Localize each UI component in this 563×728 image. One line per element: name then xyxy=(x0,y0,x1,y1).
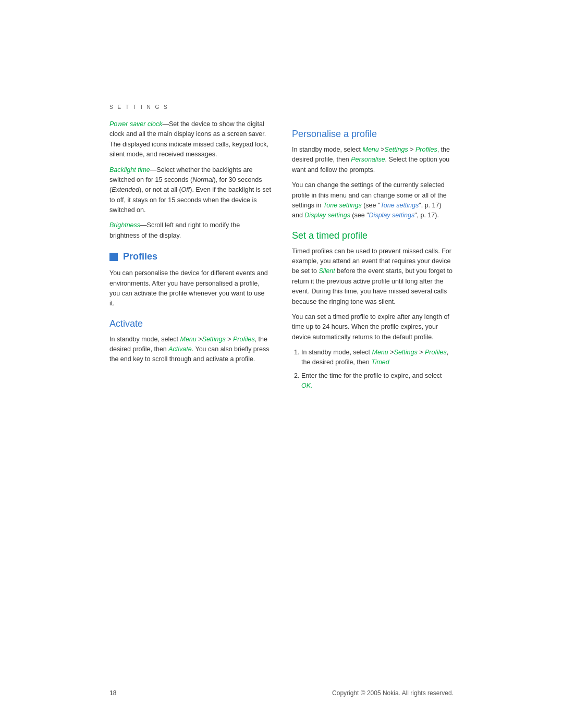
tone-settings-link2: Tone settings xyxy=(380,202,419,209)
list1-profiles: Profiles xyxy=(425,349,447,356)
activate-profiles: Profiles xyxy=(233,336,255,343)
personalise-settings: Settings xyxy=(385,146,408,153)
right-column: Personalise a profile In standby mode, s… xyxy=(292,119,454,397)
profiles-square-icon xyxy=(109,253,118,261)
left-column: Power saver clock—Set the device to show… xyxy=(109,119,271,397)
personalise-mid: > xyxy=(379,146,385,153)
personalise-mid2: > xyxy=(408,146,415,153)
backlight-extended: Extended xyxy=(112,186,139,193)
footer-copyright: Copyright © 2005 Nokia. All rights reser… xyxy=(332,689,454,697)
list2-ok: OK. xyxy=(301,382,313,389)
set-timed-heading: Set a timed profile xyxy=(292,230,454,241)
list1-mid2: > xyxy=(418,349,425,356)
brightness-term: Brightness xyxy=(109,221,140,229)
profiles-heading-text: Profiles xyxy=(123,251,157,262)
list1-mid: > xyxy=(388,349,394,356)
backlight-normal: Normal xyxy=(192,176,213,183)
personalise-body2-end: (see " xyxy=(350,212,369,219)
activate-link: Activate xyxy=(168,346,191,353)
activate-paragraph: In standby mode, select Menu >Settings >… xyxy=(109,335,271,365)
list-item-1: In standby mode, select Menu >Settings >… xyxy=(301,348,454,368)
timed-silent: Silent xyxy=(319,267,335,275)
tone-settings-link1: Tone settings xyxy=(323,202,362,209)
list1-settings: Settings xyxy=(394,349,418,356)
backlight-paragraph: Backlight time—Select whether the backli… xyxy=(109,165,271,216)
activate-pre: In standby mode, select xyxy=(109,336,180,343)
backlight-off: Off xyxy=(181,186,190,193)
footer-page-number: 18 xyxy=(109,689,116,697)
list1-pre: In standby mode, select xyxy=(301,349,372,356)
profiles-heading-container: Profiles xyxy=(109,251,271,262)
activate-settings: Settings xyxy=(202,336,226,343)
personalise-personalise: Personalise xyxy=(351,156,385,163)
set-timed-list: In standby mode, select Menu >Settings >… xyxy=(301,348,454,391)
backlight-end: ), or not at all ( xyxy=(139,186,181,193)
set-timed-paragraph2: You can set a timed profile to expire af… xyxy=(292,312,454,342)
page: S e t t i n g s Power saver clock—Set th… xyxy=(78,0,485,728)
personalise-menu: Menu xyxy=(363,146,379,153)
display-settings-link1: Display settings xyxy=(304,212,350,219)
page-footer: 18 Copyright © 2005 Nokia. All rights re… xyxy=(78,689,485,697)
power-saver-paragraph: Power saver clock—Set the device to show… xyxy=(109,119,271,160)
personalise-heading: Personalise a profile xyxy=(292,129,454,140)
backlight-term: Backlight time xyxy=(109,166,150,174)
activate-mid2: > xyxy=(226,336,233,343)
list1-menu: Menu xyxy=(372,349,388,356)
personalise-body2-mid: (see " xyxy=(362,202,381,209)
two-column-layout: Power saver clock—Set the device to show… xyxy=(109,119,454,397)
personalise-profiles: Profiles xyxy=(415,146,437,153)
section-header: S e t t i n g s xyxy=(109,104,454,110)
profiles-body: You can personalise the device for diffe… xyxy=(109,268,271,309)
personalise-pre: In standby mode, select xyxy=(292,146,363,153)
list-item-2: Enter the time for the profile to expire… xyxy=(301,371,454,391)
display-settings-link2: Display settings xyxy=(369,212,415,219)
activate-menu: Menu xyxy=(180,336,197,343)
list1-timed: Timed xyxy=(371,359,389,366)
activate-mid: > xyxy=(197,336,202,343)
activate-heading: Activate xyxy=(109,318,271,329)
personalise-paragraph1: In standby mode, select Menu >Settings >… xyxy=(292,145,454,175)
set-timed-paragraph1: Timed profiles can be used to prevent mi… xyxy=(292,246,454,307)
personalise-body2-tail: ", p. 17). xyxy=(414,212,439,219)
power-saver-term: Power saver clock xyxy=(109,120,162,128)
personalise-paragraph2: You can change the settings of the curre… xyxy=(292,180,454,221)
list2-text: Enter the time for the profile to expire… xyxy=(301,372,442,379)
brightness-paragraph: Brightness—Scroll left and right to modi… xyxy=(109,220,271,241)
